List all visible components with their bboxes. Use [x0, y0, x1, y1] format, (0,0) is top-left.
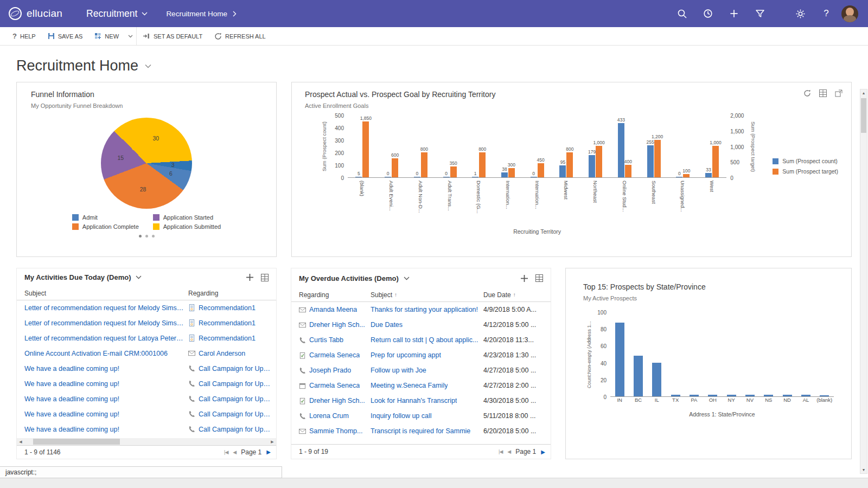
bar[interactable]: [615, 323, 624, 396]
bar[interactable]: [745, 395, 755, 396]
activity-subject-link[interactable]: Follow up with Joe: [371, 367, 426, 374]
scrollbar-thumb[interactable]: [861, 98, 866, 133]
activity-subject-link[interactable]: Meeting w.Seneca Family: [371, 382, 448, 389]
activity-subject-link[interactable]: Inquiry follow up call: [371, 412, 432, 420]
save-as-button[interactable]: SAVE AS: [42, 27, 89, 45]
table-row[interactable]: Carmela SenecaMeeting w.Seneca Family4/2…: [291, 378, 551, 393]
activity-subject-link[interactable]: We have a deadline coming up!: [24, 380, 119, 388]
regarding-link[interactable]: Carmela Seneca: [309, 382, 360, 389]
activity-subject-link[interactable]: We have a deadline coming up!: [24, 395, 119, 403]
bar[interactable]: [414, 177, 420, 177]
add-activity-button[interactable]: [245, 272, 255, 282]
regarding-link[interactable]: Recommendation1: [199, 304, 256, 312]
bar[interactable]: [559, 165, 566, 177]
open-grid-button[interactable]: [260, 273, 270, 282]
bar[interactable]: [690, 395, 699, 396]
bar[interactable]: [450, 166, 457, 177]
regarding-link[interactable]: Carol Anderson: [199, 350, 245, 357]
bar[interactable]: [618, 123, 624, 177]
regarding-link[interactable]: Call Campaign for Upcomin: [199, 410, 272, 418]
activity-subject-link[interactable]: Letter of recommendation request for Mel…: [24, 304, 185, 312]
table-row[interactable]: We have a deadline coming up!Call Campai…: [17, 361, 276, 376]
bar[interactable]: [671, 395, 680, 396]
column-header[interactable]: Due Date↑: [483, 291, 551, 299]
activity-subject-link[interactable]: We have a deadline coming up!: [24, 365, 119, 373]
funnel-pie-chart[interactable]: 30362815: [101, 118, 192, 209]
column-header[interactable]: Subject: [24, 290, 188, 297]
view-selector-chevron[interactable]: [136, 275, 142, 279]
search-icon[interactable]: [669, 0, 695, 27]
settings-gear-icon[interactable]: [787, 0, 813, 27]
horizontal-scrollbar[interactable]: ◀ ▶: [17, 438, 276, 445]
bar[interactable]: [708, 395, 717, 396]
regarding-link[interactable]: Recommendation1: [199, 335, 256, 342]
bar[interactable]: [712, 146, 719, 177]
table-row[interactable]: Lorena CrumInquiry follow up call5/11/20…: [291, 408, 551, 423]
activity-subject-link[interactable]: Letter of recommendation request for Lat…: [24, 335, 185, 342]
bar[interactable]: [654, 140, 661, 177]
column-header[interactable]: Regarding: [299, 291, 371, 299]
regarding-link[interactable]: Sammie Thomp...: [309, 427, 362, 435]
activity-subject-link[interactable]: Transcript is required for Sammie: [371, 427, 470, 435]
activity-subject-link[interactable]: We have a deadline coming up!: [24, 410, 119, 418]
regarding-link[interactable]: Amanda Meena: [309, 306, 357, 313]
bar[interactable]: [764, 395, 773, 396]
bar[interactable]: [589, 155, 595, 177]
bar[interactable]: [385, 177, 391, 177]
table-row[interactable]: Carmela SenecaPrep for upcoming appt4/23…: [291, 348, 551, 363]
refresh-all-button[interactable]: REFRESH ALL: [208, 27, 272, 45]
bar[interactable]: [634, 356, 643, 396]
advanced-find-icon[interactable]: [747, 0, 773, 27]
bar[interactable]: [392, 158, 398, 177]
table-row[interactable]: We have a deadline coming up!Call Campai…: [17, 391, 276, 407]
dashboard-selector-chevron[interactable]: [145, 64, 151, 68]
bar[interactable]: [596, 146, 602, 177]
bar[interactable]: [362, 121, 369, 177]
table-row[interactable]: Letter of recommendation request for Mel…: [17, 300, 276, 316]
scroll-right-arrow[interactable]: ▶: [269, 438, 276, 445]
bar[interactable]: [355, 177, 362, 177]
table-row[interactable]: We have a deadline coming up!Call Campai…: [17, 407, 276, 422]
table-row[interactable]: We have a deadline coming up!Call Campai…: [17, 376, 276, 391]
set-as-default-button[interactable]: SET AS DEFAULT: [137, 27, 208, 45]
bar[interactable]: [501, 172, 508, 177]
bar[interactable]: [472, 177, 478, 177]
open-grid-button[interactable]: [534, 273, 544, 283]
bar[interactable]: [508, 168, 515, 177]
regarding-link[interactable]: Dreher High Sch...: [309, 321, 365, 329]
legend-page-dots[interactable]: [31, 235, 262, 237]
new-button[interactable]: NEW: [88, 27, 125, 45]
scroll-up-arrow[interactable]: ▲: [860, 91, 867, 95]
table-row[interactable]: Joseph PradoFollow up with Joe4/27/2018 …: [291, 363, 551, 378]
app-switcher-menu[interactable]: Recruitment: [86, 8, 148, 20]
regarding-link[interactable]: Carmela Seneca: [309, 351, 360, 359]
column-header[interactable]: Subject↑: [371, 291, 483, 299]
table-row[interactable]: We have a deadline coming up!Call Campai…: [17, 422, 276, 437]
bar[interactable]: [801, 395, 810, 396]
bar[interactable]: [421, 152, 427, 177]
bar[interactable]: [705, 173, 712, 177]
regarding-link[interactable]: Joseph Prado: [309, 367, 351, 374]
enlarge-chart-icon[interactable]: [835, 89, 843, 97]
first-page-button[interactable]: |◀: [499, 449, 502, 454]
bar[interactable]: [479, 152, 486, 177]
activity-subject-link[interactable]: Return call to stdt | Q about applic...: [371, 336, 478, 344]
bar[interactable]: [531, 177, 537, 177]
activity-subject-link[interactable]: Thanks for starting your application!: [371, 306, 478, 313]
regarding-link[interactable]: Lorena Crum: [309, 412, 349, 420]
regarding-link[interactable]: Call Campaign for Upcomin: [199, 426, 272, 433]
table-row[interactable]: Online Account Activation E-mail CRM:000…: [17, 346, 276, 361]
bar[interactable]: [625, 165, 631, 177]
view-selector-chevron[interactable]: [404, 277, 410, 280]
quick-create-icon[interactable]: [721, 0, 747, 27]
regarding-link[interactable]: Curtis Tabb: [309, 336, 343, 344]
prev-page-button[interactable]: ◀: [507, 449, 510, 454]
bar[interactable]: [538, 163, 544, 177]
prev-page-button[interactable]: ◀: [233, 450, 236, 455]
breadcrumb[interactable]: Recruitment Home: [166, 10, 237, 18]
help-icon[interactable]: ?: [813, 0, 839, 27]
bar[interactable]: [676, 177, 682, 177]
table-row[interactable]: Dreher High Sch...Look for Hannah's Tran…: [291, 393, 551, 408]
bar[interactable]: [443, 177, 450, 177]
regarding-link[interactable]: Call Campaign for Upcomin: [199, 380, 272, 388]
